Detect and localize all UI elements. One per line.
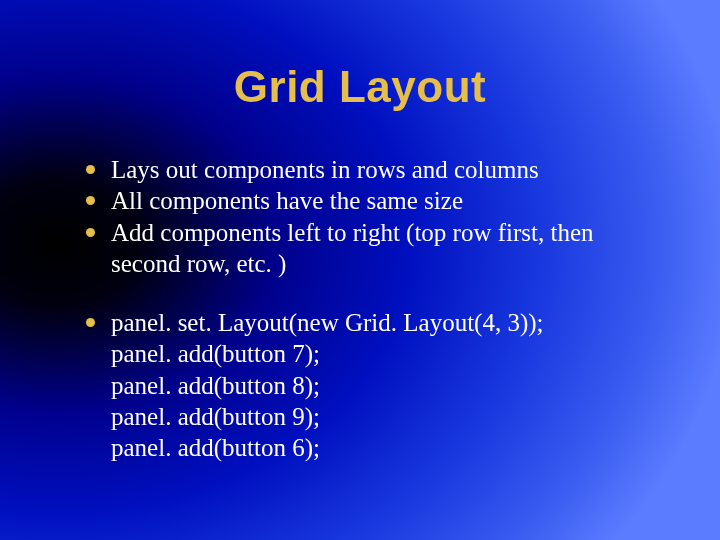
bullet-icon: [86, 318, 95, 327]
list-item-text: Add components left to right (top row fi…: [111, 217, 662, 280]
list-item: Lays out components in rows and columns: [86, 154, 662, 185]
bullet-group: panel. set. Layout(new Grid. Layout(4, 3…: [86, 307, 662, 463]
list-item-text: Lays out components in rows and columns: [111, 154, 662, 185]
slide: Grid Layout Lays out components in rows …: [0, 0, 720, 540]
slide-content: Lays out components in rows and columns …: [58, 154, 662, 463]
bullet-icon: [86, 165, 95, 174]
bullet-group: Lays out components in rows and columns …: [86, 154, 662, 279]
slide-title: Grid Layout: [58, 62, 662, 112]
list-item: Add components left to right (top row fi…: [86, 217, 662, 280]
bullet-icon: [86, 228, 95, 237]
list-item: All components have the same size: [86, 185, 662, 216]
list-item-text: All components have the same size: [111, 185, 662, 216]
list-item-text: panel. set. Layout(new Grid. Layout(4, 3…: [111, 307, 662, 463]
bullet-icon: [86, 196, 95, 205]
list-item: panel. set. Layout(new Grid. Layout(4, 3…: [86, 307, 662, 463]
